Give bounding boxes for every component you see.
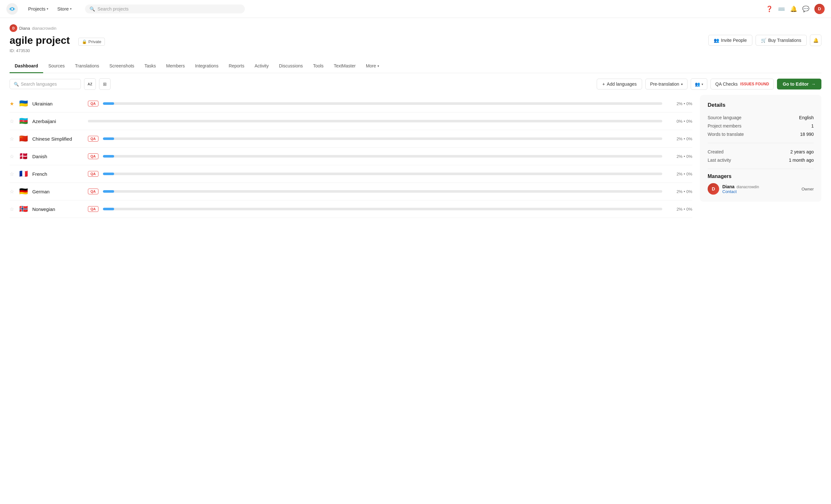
- progress-fill-german: [103, 190, 114, 193]
- help-icon[interactable]: ❓: [766, 5, 773, 12]
- details-source-language: Source language English: [708, 114, 814, 122]
- grid-icon: ⊞: [103, 82, 107, 87]
- user-avatar[interactable]: D: [814, 4, 825, 14]
- project-members-label: Project members: [708, 123, 742, 128]
- manager-info: Diana dianacrowdin Contact: [722, 184, 798, 194]
- progress-bar-chinese: [103, 138, 663, 140]
- search-input[interactable]: [97, 6, 240, 11]
- progress-text-azerbaijani: 0% • 0%: [667, 119, 692, 124]
- progress-text-french: 2% • 0%: [667, 172, 692, 176]
- people-filter-button[interactable]: 👥 ▾: [691, 78, 707, 90]
- project-members-value: 1: [811, 123, 814, 128]
- sort-az-button[interactable]: AZ: [84, 78, 96, 90]
- pre-translation-chevron: ▾: [681, 83, 683, 86]
- tab-members[interactable]: Members: [161, 59, 190, 73]
- tab-tools[interactable]: Tools: [308, 59, 328, 73]
- flag-german: 🇩🇪: [19, 187, 28, 196]
- progress-bar-german: [103, 190, 663, 193]
- notifications-icon[interactable]: 🔔: [790, 5, 797, 12]
- grid-view-button[interactable]: ⊞: [99, 78, 111, 90]
- app-logo[interactable]: [6, 3, 18, 15]
- svg-point-1: [11, 8, 13, 10]
- invite-people-button[interactable]: 👥 Invite People: [708, 35, 752, 46]
- projects-menu[interactable]: Projects ▾: [24, 4, 52, 13]
- pre-translation-button[interactable]: Pre-translation ▾: [645, 79, 687, 89]
- buy-translations-button[interactable]: 🛒 Buy Translations: [755, 35, 807, 46]
- language-row-chinese[interactable]: ☆ 🇨🇳 Chinese Simplified QA 2% • 0%: [9, 130, 692, 148]
- qa-badge-ukrainian: QA: [88, 101, 98, 107]
- search-icon: 🔍: [89, 6, 95, 11]
- lang-name-german: German: [32, 189, 83, 194]
- tab-screenshots[interactable]: Screenshots: [104, 59, 139, 73]
- language-row-ukrainian[interactable]: ★ 🇺🇦 Ukrainian QA 2% • 0%: [9, 95, 692, 113]
- progress-fill-french: [103, 173, 114, 175]
- lang-name-chinese: Chinese Simplified: [32, 136, 83, 142]
- details-words: Words to translate 18 990: [708, 130, 814, 138]
- flag-french: 🇫🇷: [19, 170, 28, 178]
- tab-textmaster[interactable]: TextMaster: [328, 59, 361, 73]
- star-button-french[interactable]: ☆: [9, 171, 15, 177]
- project-title: agile project: [9, 34, 70, 46]
- created-value: 2 years ago: [791, 149, 814, 154]
- project-id: ID: 473530: [9, 48, 105, 53]
- global-search[interactable]: 🔍: [85, 4, 245, 13]
- star-button-norwegian[interactable]: ☆: [9, 206, 15, 212]
- tab-reports[interactable]: Reports: [223, 59, 249, 73]
- created-label: Created: [708, 149, 724, 154]
- progress-text-danish: 2% • 0%: [667, 154, 692, 159]
- qa-badge-norwegian: QA: [88, 206, 98, 212]
- details-project-members: Project members 1: [708, 122, 814, 130]
- topnav-right: ❓ ⌨️ 🔔 💬 D: [766, 4, 825, 14]
- store-menu[interactable]: Store ▾: [53, 4, 76, 13]
- store-chevron: ▾: [70, 7, 71, 10]
- tab-sources[interactable]: Sources: [43, 59, 70, 73]
- flag-norwegian: 🇳🇴: [19, 205, 28, 213]
- search-languages-input[interactable]: 🔍: [9, 79, 81, 89]
- qa-checks-button[interactable]: QA Checks ISSUES FOUND: [711, 79, 774, 89]
- lock-icon: 🔒: [82, 39, 87, 44]
- pre-translation-label: Pre-translation: [650, 82, 679, 87]
- more-chevron-icon: ▾: [377, 64, 379, 68]
- source-language-value: English: [799, 115, 814, 120]
- language-row-french[interactable]: ☆ 🇫🇷 French QA 2% • 0%: [9, 165, 692, 183]
- notifications-bell-button[interactable]: 🔔: [810, 34, 822, 46]
- keyboard-icon[interactable]: ⌨️: [778, 5, 785, 12]
- language-list: ★ 🇺🇦 Ukrainian QA 2% • 0% ☆ 🇦🇿 Azerbaija…: [9, 95, 692, 218]
- breadcrumb-user: Diana: [19, 26, 30, 31]
- language-row-norwegian[interactable]: ☆ 🇳🇴 Norwegian QA 2% • 0%: [9, 200, 692, 218]
- tab-activity[interactable]: Activity: [249, 59, 274, 73]
- language-row-danish[interactable]: ☆ 🇩🇰 Danish QA 2% • 0%: [9, 148, 692, 165]
- go-to-editor-button[interactable]: Go to Editor →: [777, 79, 822, 89]
- flag-chinese: 🇨🇳: [19, 135, 28, 143]
- arrow-right-icon: →: [811, 82, 816, 87]
- people-chevron: ▾: [701, 83, 703, 86]
- manager-contact-link[interactable]: Contact: [722, 189, 798, 194]
- private-label: Private: [89, 39, 101, 44]
- tab-translations[interactable]: Translations: [70, 59, 104, 73]
- add-languages-button[interactable]: + Add languages: [597, 79, 642, 89]
- source-language-label: Source language: [708, 115, 742, 120]
- tab-integrations[interactable]: Integrations: [190, 59, 223, 73]
- tab-more[interactable]: More ▾: [361, 59, 384, 73]
- star-button-danish[interactable]: ☆: [9, 153, 15, 159]
- lang-name-ukrainian: Ukrainian: [32, 101, 83, 107]
- progress-bar-norwegian: [103, 208, 663, 210]
- tab-discussions[interactable]: Discussions: [274, 59, 308, 73]
- buy-translations-label: Buy Translations: [768, 38, 802, 43]
- chat-icon[interactable]: 💬: [802, 5, 809, 12]
- language-row-azerbaijani[interactable]: ☆ 🇦🇿 Azerbaijani 0% • 0%: [9, 113, 692, 130]
- search-lang-icon: 🔍: [14, 82, 19, 87]
- star-button-ukrainian[interactable]: ★: [9, 101, 15, 107]
- tab-dashboard[interactable]: Dashboard: [9, 59, 43, 73]
- star-button-chinese[interactable]: ☆: [9, 136, 15, 142]
- progress-bar-azerbaijani: [88, 120, 662, 122]
- language-search-field[interactable]: [21, 82, 77, 87]
- star-button-azerbaijani[interactable]: ☆: [9, 118, 15, 124]
- lang-name-norwegian: Norwegian: [32, 206, 83, 212]
- progress-bar-french: [103, 173, 663, 175]
- tab-tasks[interactable]: Tasks: [139, 59, 161, 73]
- language-row-german[interactable]: ☆ 🇩🇪 German QA 2% • 0%: [9, 183, 692, 200]
- topnav: Projects ▾ Store ▾ 🔍 ❓ ⌨️ 🔔 💬 D: [0, 0, 831, 18]
- qa-badge-danish: QA: [88, 153, 98, 159]
- star-button-german[interactable]: ☆: [9, 188, 15, 195]
